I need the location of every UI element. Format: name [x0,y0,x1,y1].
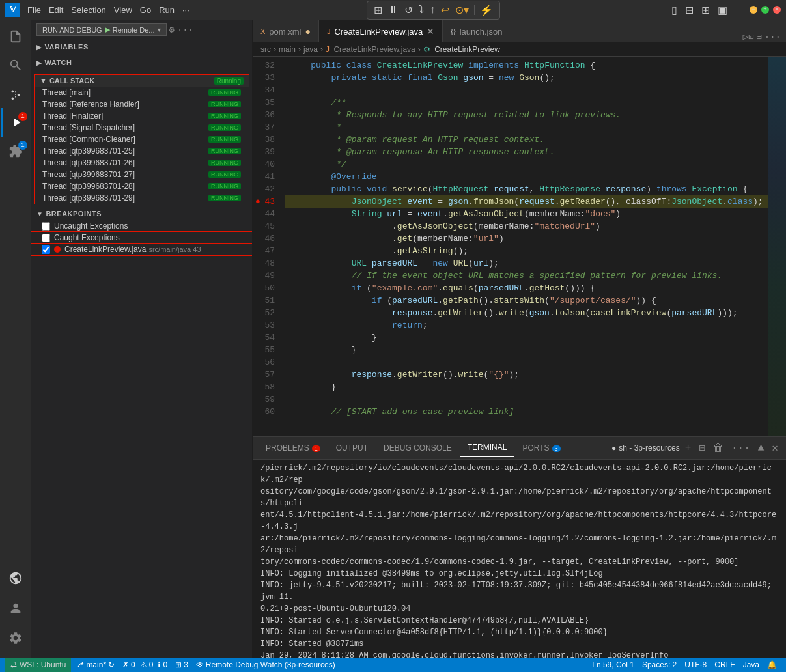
more-terminal-btn[interactable]: ··· [729,441,753,455]
call-stack-item[interactable]: Thread [qtp399683701-27] RUNNING [35,169,249,180]
close-btn[interactable]: × [773,6,781,14]
tab-label: CreateLinkPreview.java [334,27,423,36]
panel-tab-debug-console[interactable]: DEBUG CONSOLE [376,440,460,456]
menu-view[interactable]: View [110,4,136,16]
bc-main[interactable]: main [279,45,296,54]
breakpoint-item[interactable]: Caught Exceptions [31,232,252,244]
bp-checkbox[interactable] [42,245,50,254]
bp-checkbox[interactable] [42,234,50,242]
step-out-btn[interactable]: ↑ [427,3,438,17]
notification-bell[interactable]: 🔔 [763,660,781,669]
call-stack-item[interactable]: Thread [Finalizer] RUNNING [35,110,249,122]
settings-activity-icon[interactable] [1,624,30,652]
call-stack-item[interactable]: Thread [main] RUNNING [35,87,249,98]
menu-go[interactable]: Go [136,4,155,16]
explorer-activity-icon[interactable] [1,22,30,51]
items-status[interactable]: ⊞ 3 [171,660,192,669]
run-debug-activity-icon[interactable]: 1 [1,108,30,137]
more-actions-icon[interactable]: ··· [177,25,193,35]
menu-selection[interactable]: Selection [67,4,109,16]
line-ending-status[interactable]: CRLF [710,660,738,669]
layout-single-btn[interactable]: ▯ [669,3,680,18]
line-number: 50 [253,282,280,294]
encoding-status[interactable]: UTF-8 [681,660,710,669]
bc-file[interactable]: J CreateLinkPreview.java [326,45,415,54]
panel-tab-problems[interactable]: PROBLEMS1 [258,440,328,456]
code-line: JsonObject event = gson.fromJson(request… [285,195,768,208]
run-split-btn[interactable]: ▷⊡ [742,31,753,42]
spaces-status[interactable]: Spaces: 2 [638,660,681,669]
line-number: 52 [253,307,280,319]
step-back-btn[interactable]: ↩ [438,3,452,18]
code-line: .getAsJsonObject(memberName:"matchedUrl"… [285,220,768,232]
code-line: * Responds to any HTTP request related t… [285,109,768,121]
add-terminal-btn[interactable]: + [682,441,694,455]
tab-pom.xml[interactable]: X pom.xml ● [253,20,318,42]
bc-src[interactable]: src [260,45,271,54]
more-editor-btn[interactable]: ··· [765,32,781,42]
tab-createlinkpreview.java[interactable]: J CreateLinkPreview.java ✕ [318,20,443,42]
flash-btn[interactable]: ⚡ [477,3,496,18]
grid-icon[interactable]: ⊞ [371,3,385,18]
search-activity-icon[interactable] [1,51,30,79]
breakpoint-item[interactable]: Uncaught Exceptions [31,220,252,232]
minimize-btn[interactable]: − [750,6,757,14]
remote-status[interactable]: ⇄ WSL: Ubuntu [5,658,71,672]
close-tab-icon[interactable]: ✕ [427,26,434,36]
step-over-btn[interactable]: ⤵ [416,3,427,17]
pause-btn[interactable]: ⏸ [386,3,401,17]
source-control-activity-icon[interactable] [1,79,30,108]
call-stack-item[interactable]: Thread [qtp399683701-25] RUNNING [35,145,249,157]
call-stack-item[interactable]: Thread [Signal Dispatcher] RUNNING [35,122,249,133]
panel-tab-ports[interactable]: PORTS3 [514,440,568,456]
record-btn[interactable]: ⊙▾ [453,3,471,18]
bp-label: Caught Exceptions [54,233,120,242]
maximize-panel-btn[interactable]: ▲ [755,441,767,455]
call-stack-item[interactable]: Thread [Reference Handler] RUNNING [35,98,249,110]
run-debug-button[interactable]: RUN AND DEBUG ▶ Remote De... ▾ [36,23,167,36]
menu-file[interactable]: File [23,4,45,16]
call-stack-header[interactable]: ▼ CALL STACK Running [35,75,249,87]
account-activity-icon[interactable] [1,594,30,623]
close-panel-btn[interactable]: ✕ [769,440,781,456]
watch-section-header[interactable]: ▶ WATCH [31,56,252,69]
bc-java[interactable]: java [303,45,318,54]
call-stack-item[interactable]: Thread [qtp399683701-26] RUNNING [35,157,249,169]
thread-name: Thread [qtp399683701-28] [42,182,135,191]
line-number: 57 [253,369,280,381]
position-status[interactable]: Ln 59, Col 1 [588,660,638,669]
call-stack-item[interactable]: Thread [Common-Cleaner] RUNNING [35,133,249,145]
bc-class[interactable]: ⚙ CreateLinkPreview [423,45,500,54]
menu-run[interactable]: Run [155,4,178,16]
breakpoints-section-header[interactable]: ▼ BREAKPOINTS [31,207,252,220]
errors-status[interactable]: ✗ 0 ⚠ 0 ℹ 0 [119,660,171,669]
watch-status[interactable]: 👁 Remote Debug Watch (3p-resources) [192,660,339,669]
panel-tab-output[interactable]: OUTPUT [328,440,376,456]
language-status[interactable]: Java [739,660,763,669]
layout-custom-btn[interactable]: ▣ [715,3,730,18]
branch-status[interactable]: ⎇ main* ↻ [71,660,119,669]
restart-btn[interactable]: ↺ [402,3,415,18]
panel-tab-terminal[interactable]: TERMINAL [460,439,515,457]
extensions-activity-icon[interactable]: 1 [1,137,30,165]
layout-split-btn[interactable]: ⊟ [682,3,696,18]
bp-checkbox[interactable] [42,222,50,231]
split-editor-btn[interactable]: ⊟ [756,31,761,42]
menu-more[interactable]: ··· [178,4,193,16]
call-stack-item[interactable]: Thread [qtp399683701-29] RUNNING [35,192,249,204]
remote-activity-icon[interactable] [1,564,30,593]
call-stack-item[interactable]: Thread [qtp399683701-28] RUNNING [35,180,249,192]
maximize-btn[interactable]: + [761,6,769,14]
code-lines[interactable]: public class CreateLinkPreview implement… [285,57,768,436]
breakpoint-item[interactable]: CreateLinkPreview.java src/main/java 43 [31,244,252,255]
trash-terminal-btn[interactable]: 🗑 [710,441,726,456]
layout-grid-btn[interactable]: ⊞ [699,3,712,18]
gear-icon[interactable]: ⚙ [169,24,175,35]
remote-label: WSL: Ubuntu [20,660,66,669]
split-terminal-btn[interactable]: ⊟ [696,440,708,456]
terminal-content[interactable]: /pierrick/.m2/repository/io/cloudevents/… [253,460,786,658]
line-number: 40 [253,158,280,171]
tab-launch.json[interactable]: {} launch.json [443,20,510,42]
variables-section-header[interactable]: ▶ VARIABLES [31,40,252,53]
menu-edit[interactable]: Edit [45,4,67,16]
